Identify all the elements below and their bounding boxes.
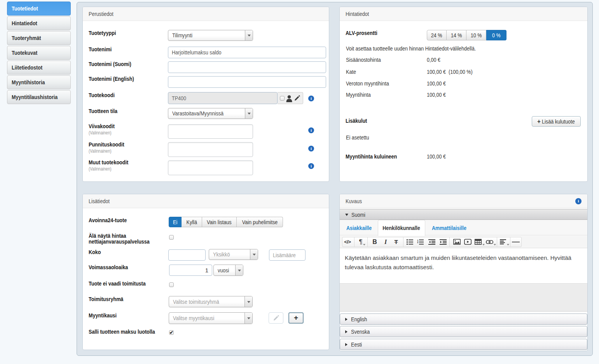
svg-text:2: 2 — [417, 241, 419, 244]
